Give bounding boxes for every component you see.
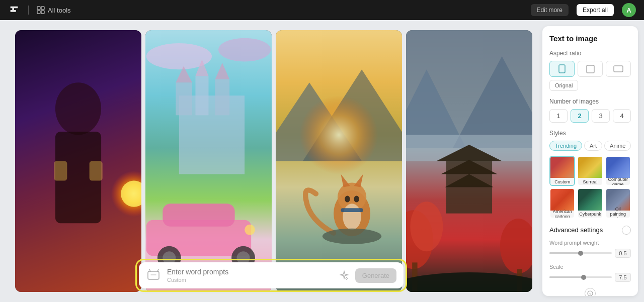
aspect-square-button[interactable]: [578, 61, 603, 77]
prompt-input[interactable]: [167, 268, 332, 276]
word-prompt-weight-value: 0.5: [615, 249, 631, 258]
image-grid: [15, 30, 532, 292]
svg-point-34: [345, 196, 350, 203]
svg-rect-21: [163, 204, 234, 227]
style-tab-art[interactable]: Art: [584, 141, 602, 151]
style-tab-anime[interactable]: Anime: [604, 141, 631, 151]
svg-point-38: [323, 229, 381, 244]
style-card-img-cyberpunk: [578, 189, 602, 210]
svg-rect-15: [195, 76, 208, 115]
scale-slider-row: 7.5: [549, 273, 631, 282]
style-card-label-oilpainting: Oil painting anime: [606, 211, 630, 218]
advanced-settings-row: Advanced settings: [549, 226, 631, 235]
style-card-label-cyberpunk: Cyberpunk: [578, 211, 602, 218]
style-card-label-computer: Computer game: [606, 178, 630, 185]
num-images-4-button[interactable]: 4: [613, 109, 631, 123]
style-card-computer[interactable]: Computer game: [605, 156, 631, 186]
main-content: Custom Generate Text to image: [0, 20, 644, 302]
top-navigation: All tools Edit more Export all A: [0, 0, 644, 20]
svg-rect-59: [614, 66, 623, 72]
image-card-4[interactable]: [406, 30, 532, 292]
aspect-portrait-button[interactable]: [549, 61, 575, 77]
aspect-landscape-button[interactable]: [606, 61, 631, 77]
svg-point-12: [218, 38, 271, 62]
num-images-2-button[interactable]: 2: [571, 109, 589, 123]
svg-point-52: [406, 272, 532, 292]
style-grid: Custom Surreal Computer game American ca…: [549, 156, 631, 219]
svg-point-26: [245, 225, 255, 235]
svg-marker-19: [215, 63, 230, 79]
scale-label: Scale: [549, 264, 631, 270]
svg-point-5: [55, 82, 101, 135]
svg-marker-0: [11, 7, 18, 12]
edit-more-button[interactable]: Edit more: [531, 4, 569, 16]
help-icon[interactable]: ?: [585, 288, 596, 296]
all-tools-nav[interactable]: All tools: [37, 6, 71, 14]
user-avatar[interactable]: A: [622, 3, 636, 17]
image-card-3[interactable]: [276, 30, 402, 292]
svg-rect-1: [37, 7, 40, 10]
app-logo[interactable]: [8, 4, 20, 16]
panel-title: Text to image: [549, 34, 631, 43]
image-card-2[interactable]: [145, 30, 272, 292]
word-prompt-weight-track[interactable]: [549, 252, 612, 254]
export-all-button[interactable]: Export all: [577, 4, 614, 16]
scale-setting: Scale 7.5: [549, 264, 631, 282]
svg-point-48: [410, 202, 443, 251]
all-tools-label: All tools: [48, 7, 71, 14]
scale-thumb[interactable]: [581, 275, 586, 280]
bottom-icon-area: ?: [549, 288, 631, 296]
gallery-area: Custom Generate: [0, 20, 542, 302]
svg-rect-57: [559, 65, 565, 73]
style-card-custom[interactable]: Custom: [549, 156, 575, 186]
num-images-1-button[interactable]: 1: [549, 109, 568, 123]
image-card-1[interactable]: [15, 30, 141, 292]
scale-fill: [549, 276, 584, 278]
prompt-input-area: Custom: [167, 268, 332, 283]
num-images-label: Number of images: [549, 98, 631, 105]
svg-rect-16: [215, 79, 230, 116]
style-card-american[interactable]: American cartoon: [549, 188, 575, 218]
svg-rect-2: [41, 7, 44, 10]
style-tab-trending[interactable]: Trending: [549, 141, 582, 151]
image-3-content: [276, 30, 402, 292]
advanced-settings-label: Advanced settings: [549, 226, 603, 234]
num-images-3-button[interactable]: 3: [592, 109, 610, 123]
style-card-label-american: American cartoon: [550, 211, 574, 218]
svg-point-29: [299, 95, 378, 174]
right-panel: Text to image Aspect ratio Orignal Nu: [542, 26, 638, 296]
style-card-label-custom: Custom: [550, 178, 574, 185]
style-card-img-surreal: [578, 157, 602, 178]
word-prompt-weight-setting: Word prompt weight 0.5: [549, 240, 631, 258]
svg-marker-32: [341, 174, 350, 187]
style-card-cyberpunk[interactable]: Cyberpunk: [577, 188, 603, 218]
style-card-surreal[interactable]: Surreal: [577, 156, 603, 186]
prompt-bar: Custom Generate: [139, 262, 404, 288]
prompt-bar-highlight: Custom Generate: [135, 259, 407, 292]
advanced-settings-toggle[interactable]: [622, 226, 631, 235]
image-1-content: [15, 30, 141, 292]
style-card-label-surreal: Surreal: [578, 178, 602, 185]
style-card-img-computer: [606, 157, 630, 178]
styles-label: Styles: [549, 130, 631, 137]
svg-point-49: [500, 219, 532, 273]
prompt-tag: Custom: [167, 277, 332, 283]
aspect-original-button[interactable]: Orignal: [549, 80, 578, 91]
scale-track[interactable]: [549, 276, 612, 278]
svg-rect-37: [341, 208, 363, 212]
style-card-oilpainting[interactable]: Oil painting anime: [605, 188, 631, 218]
svg-rect-58: [587, 65, 594, 73]
prompt-icon: [146, 267, 162, 283]
svg-point-36: [343, 204, 361, 230]
word-prompt-weight-label: Word prompt weight: [549, 240, 631, 246]
svg-rect-14: [176, 82, 192, 115]
svg-rect-9: [54, 161, 67, 181]
style-card-img-custom: [550, 157, 574, 178]
word-prompt-weight-thumb[interactable]: [578, 251, 583, 256]
generate-button[interactable]: Generate: [355, 268, 396, 283]
svg-marker-33: [354, 174, 363, 187]
svg-text:?: ?: [589, 292, 591, 295]
prompt-actions: Generate: [337, 268, 396, 283]
aspect-ratio-row: [549, 61, 631, 77]
magic-enhance-button[interactable]: [337, 268, 351, 282]
